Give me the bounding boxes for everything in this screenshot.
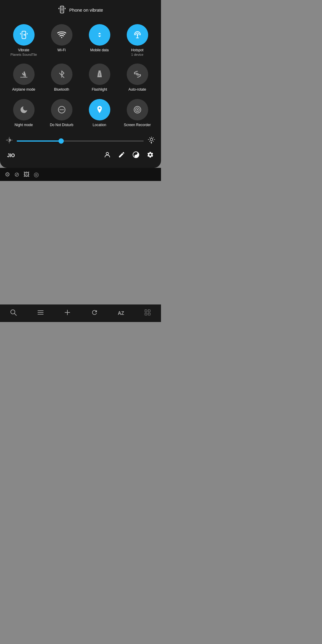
tile-wifi[interactable]: Wi-Fi bbox=[43, 21, 80, 60]
tile-wifi-label: Wi-Fi bbox=[58, 48, 66, 52]
taskbar-refresh-icon[interactable] bbox=[91, 309, 98, 318]
tile-mobile-data-circle bbox=[89, 24, 110, 46]
bottom-row: JIO bbox=[0, 148, 161, 163]
taskbar-add-icon[interactable] bbox=[64, 309, 71, 318]
tile-mobile-data-label: Mobile data bbox=[90, 48, 109, 52]
svg-rect-51 bbox=[148, 310, 150, 312]
notif-settings-icon[interactable]: ⚙ bbox=[5, 171, 10, 178]
settings-icon[interactable] bbox=[147, 151, 154, 160]
tile-screen-recorder[interactable]: Screen Recorder bbox=[118, 95, 156, 131]
svg-rect-7 bbox=[27, 33, 28, 35]
tile-vibrate-sublabel: Planets SoundTile bbox=[10, 53, 37, 56]
svg-point-41 bbox=[136, 153, 137, 154]
tile-flashlight-circle bbox=[89, 64, 110, 85]
tile-screen-recorder-circle bbox=[127, 99, 148, 120]
tile-hotspot-circle bbox=[127, 24, 148, 46]
tile-night-mode[interactable]: Night mode bbox=[5, 95, 43, 131]
svg-point-42 bbox=[136, 156, 137, 157]
tile-vibrate-circle bbox=[13, 24, 35, 46]
tile-auto-rotate-label: Auto-rotate bbox=[129, 87, 146, 92]
notif-hotspot-icon[interactable]: ◎ bbox=[34, 171, 39, 178]
tiles-grid: Vibrate Planets SoundTile Wi-Fi bbox=[0, 18, 161, 134]
tile-airplane-label: Airplane mode bbox=[12, 87, 35, 92]
tile-dnd-label: Do Not Disturb bbox=[50, 123, 73, 127]
tile-flashlight[interactable]: Flashlight bbox=[80, 60, 118, 95]
tile-bluetooth[interactable]: Bluetooth bbox=[43, 60, 80, 95]
taskbar-grid-icon[interactable] bbox=[144, 309, 151, 318]
edit-icon[interactable] bbox=[118, 151, 125, 160]
svg-point-29 bbox=[150, 138, 153, 141]
tile-hotspot[interactable]: Hotspot 1 device bbox=[118, 21, 156, 60]
tile-hotspot-sublabel: 1 device bbox=[131, 53, 143, 56]
tile-bluetooth-label: Bluetooth bbox=[54, 87, 69, 92]
svg-point-23 bbox=[137, 109, 138, 110]
tile-vibrate[interactable]: Vibrate Planets SoundTile bbox=[5, 21, 43, 60]
vibrate-status-text: Phone on vibrate bbox=[69, 7, 103, 13]
svg-point-8 bbox=[61, 37, 62, 38]
svg-line-34 bbox=[150, 138, 150, 138]
svg-rect-6 bbox=[20, 33, 21, 35]
svg-rect-3 bbox=[65, 8, 66, 9]
svg-text:✈: ✈ bbox=[21, 71, 26, 77]
svg-line-36 bbox=[150, 141, 150, 141]
brightness-row: A bbox=[0, 134, 161, 148]
tile-location-circle bbox=[89, 99, 110, 120]
tile-vibrate-label: Vibrate bbox=[18, 48, 30, 52]
brightness-slider[interactable] bbox=[17, 140, 144, 142]
tile-hotspot-label: Hotspot bbox=[131, 48, 143, 52]
tile-location-label: Location bbox=[93, 123, 106, 127]
user-icon[interactable] bbox=[104, 151, 111, 160]
notif-dnd-icon[interactable]: ⊘ bbox=[14, 171, 19, 178]
svg-rect-2 bbox=[59, 8, 59, 9]
brightness-auto-icon: A bbox=[148, 137, 155, 145]
brightness-thumb[interactable] bbox=[58, 138, 64, 144]
brightness-fill bbox=[17, 140, 61, 142]
tile-screen-recorder-label: Screen Recorder bbox=[124, 123, 151, 127]
home-screen-area bbox=[0, 181, 161, 322]
tile-auto-rotate[interactable]: Auto-rotate bbox=[118, 60, 156, 95]
tile-flashlight-label: Flashlight bbox=[92, 87, 107, 92]
svg-line-33 bbox=[153, 138, 153, 138]
quick-settings-panel: Phone on vibrate Vibrate Planets SoundTi… bbox=[0, 0, 161, 168]
svg-rect-52 bbox=[145, 313, 147, 315]
svg-line-44 bbox=[15, 314, 17, 316]
tile-mobile-data[interactable]: Mobile data bbox=[80, 21, 118, 60]
taskbar-list-icon[interactable] bbox=[37, 309, 44, 318]
tile-night-mode-circle bbox=[13, 99, 35, 120]
notif-photo-icon[interactable]: 🖼 bbox=[24, 171, 30, 178]
svg-rect-50 bbox=[145, 310, 147, 312]
tile-airplane-circle: ✈ bbox=[13, 64, 35, 85]
brightness-low-icon bbox=[6, 137, 13, 145]
taskbar-search-icon[interactable] bbox=[10, 309, 17, 318]
svg-point-20 bbox=[98, 107, 100, 109]
tile-auto-rotate-circle bbox=[127, 64, 148, 85]
tile-location[interactable]: Location bbox=[80, 95, 118, 131]
notification-bar: ⚙ ⊘ 🖼 ◎ bbox=[0, 168, 161, 181]
tile-night-mode-label: Night mode bbox=[15, 123, 33, 127]
taskbar-az-icon[interactable]: AZ bbox=[118, 311, 124, 316]
vibrate-status-icon bbox=[58, 5, 66, 15]
svg-rect-14 bbox=[98, 71, 101, 72]
yin-yang-icon[interactable] bbox=[132, 151, 140, 160]
taskbar: AZ bbox=[0, 304, 161, 322]
tile-wifi-circle bbox=[51, 24, 72, 46]
tile-dnd[interactable]: Do Not Disturb bbox=[43, 95, 80, 131]
tile-bluetooth-circle bbox=[51, 64, 72, 85]
bottom-icons bbox=[104, 151, 154, 160]
tile-dnd-circle bbox=[51, 99, 72, 120]
vibrate-status-bar: Phone on vibrate bbox=[0, 0, 161, 18]
svg-rect-53 bbox=[148, 313, 150, 315]
svg-line-35 bbox=[153, 141, 153, 141]
carrier-label: JIO bbox=[7, 153, 104, 158]
svg-point-39 bbox=[106, 152, 109, 155]
svg-rect-15 bbox=[99, 73, 100, 76]
tile-airplane[interactable]: ✈ Airplane mode bbox=[5, 60, 43, 95]
